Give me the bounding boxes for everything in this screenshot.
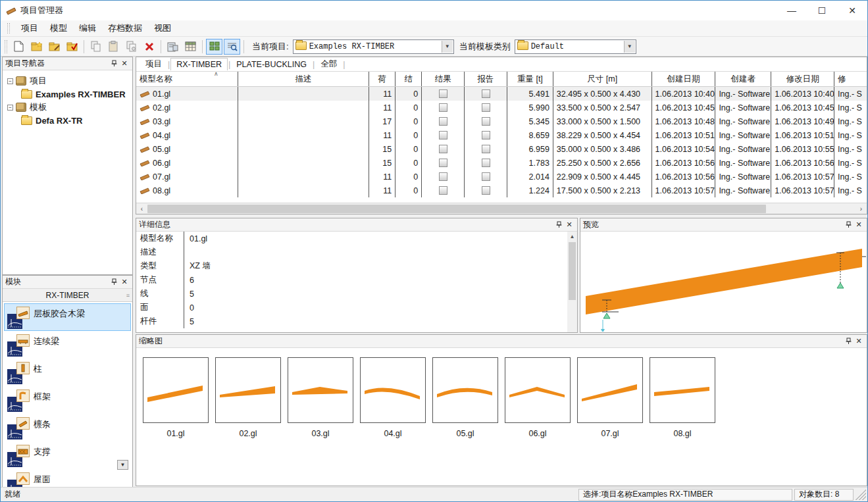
results-checkbox[interactable]	[439, 117, 447, 126]
col-header-modified[interactable]: 修改日期	[771, 72, 834, 86]
table-row[interactable]: 06.gl 15 0 1.783 25.250 x 0.500 x 2.656 …	[136, 156, 867, 170]
tree-node-default-template[interactable]: Defa RX-TR	[5, 114, 130, 127]
duplicate-button[interactable]	[123, 39, 140, 55]
table-row[interactable]: 08.gl 11 0 1.224 17.500 x 0.500 x 2.213 …	[136, 184, 867, 197]
thumbnail-item[interactable]: 07.gl	[574, 357, 646, 438]
thumbnail-item[interactable]: 08.gl	[646, 357, 719, 438]
pin-icon[interactable]	[553, 220, 564, 230]
thumbnail-item[interactable]: 02.gl	[212, 357, 284, 438]
module-scroll-down-button[interactable]: ▼	[117, 460, 128, 470]
report-checkbox[interactable]	[482, 172, 490, 181]
thumbnail-item[interactable]: 06.gl	[501, 357, 574, 438]
pin-icon[interactable]	[109, 59, 119, 68]
tab-projects[interactable]: 项目	[140, 57, 167, 71]
preview-view-toggle[interactable]	[224, 39, 240, 55]
module-item-frame[interactable]: 框架	[4, 386, 131, 414]
table-row[interactable]: 01.gl 11 0 5.491 32.495 x 0.500 x 4.430 …	[136, 87, 867, 101]
table-row[interactable]: 03.gl 17 0 5.345 33.000 x 0.500 x 1.500 …	[136, 114, 867, 128]
results-checkbox[interactable]	[439, 172, 447, 181]
col-header-model-name[interactable]: 模型名称	[136, 72, 238, 86]
report-checkbox[interactable]	[482, 89, 490, 98]
results-checkbox[interactable]	[439, 159, 447, 167]
pin-icon[interactable]	[109, 277, 119, 287]
col-header-creator[interactable]: 创建者	[715, 72, 771, 86]
report-checkbox[interactable]	[482, 117, 490, 126]
thumbnail-item[interactable]: 03.gl	[284, 357, 357, 438]
module-item-continuous-beam[interactable]: 连续梁	[4, 331, 131, 359]
template-category-combobox[interactable]: Default ▼	[515, 39, 636, 54]
col-header-weight[interactable]: 重量 [t]	[507, 72, 553, 86]
close-panel-icon[interactable]: ✕	[854, 336, 864, 346]
results-checkbox[interactable]	[439, 186, 447, 195]
report-checkbox[interactable]	[482, 186, 490, 195]
tree-node-templates[interactable]: − 模板	[5, 101, 130, 114]
vertical-scrollbar[interactable]: ▲	[567, 232, 577, 332]
scroll-left-icon[interactable]: ‹	[136, 203, 147, 214]
dropdown-arrow-icon[interactable]: ▼	[624, 41, 635, 53]
col-header-created[interactable]: 创建日期	[652, 72, 716, 86]
grid-view-toggle[interactable]	[206, 39, 222, 55]
table-row[interactable]: 07.gl 11 0 2.014 22.909 x 0.500 x 4.445 …	[136, 170, 867, 184]
scroll-right-icon[interactable]: ›	[855, 203, 867, 214]
close-button[interactable]: ✕	[837, 1, 867, 20]
report-checkbox[interactable]	[482, 159, 490, 167]
tab-all[interactable]: 全部	[315, 57, 342, 71]
module-item-column[interactable]: 柱	[4, 359, 131, 386]
tree-node-examples-rx-timber[interactable]: Examples RX-TIMBER	[5, 88, 130, 101]
menu-model[interactable]: 模型	[44, 20, 73, 36]
close-panel-icon[interactable]: ✕	[119, 277, 130, 287]
pin-icon[interactable]	[843, 336, 854, 346]
menu-gripper[interactable]	[7, 23, 10, 34]
tree-node-projects[interactable]: − 项目	[5, 74, 130, 88]
report-checkbox[interactable]	[482, 145, 490, 153]
report-checkbox[interactable]	[482, 131, 490, 139]
menu-archive-data[interactable]: 存档数据	[102, 20, 148, 36]
results-checkbox[interactable]	[439, 89, 447, 98]
col-header-load-cases[interactable]: 荷	[369, 72, 396, 86]
close-panel-icon[interactable]: ✕	[119, 59, 130, 68]
table-row[interactable]: 05.gl 15 0 6.959 35.000 x 0.500 x 3.486 …	[136, 142, 867, 156]
maximize-button[interactable]: ☐	[807, 1, 837, 20]
close-panel-icon[interactable]: ✕	[564, 220, 574, 230]
col-header-size[interactable]: 尺寸 [m]	[553, 72, 652, 86]
module-group-header[interactable]: RX-TIMBER ≡	[3, 289, 132, 302]
thumbnail-item[interactable]: 01.gl	[140, 357, 212, 438]
scroll-up-icon[interactable]: ▲	[567, 232, 577, 241]
results-checkbox[interactable]	[439, 103, 447, 112]
col-header-description[interactable]: 描述	[238, 72, 370, 86]
report-checkbox[interactable]	[482, 103, 490, 112]
thumbnail-item[interactable]: 04.gl	[357, 357, 429, 438]
col-header-results[interactable]: 结果	[422, 72, 465, 86]
module-item-purlin[interactable]: 檩条	[4, 414, 131, 441]
results-checkbox[interactable]	[439, 131, 447, 139]
table-row[interactable]: 04.gl 11 0 8.659 38.229 x 0.500 x 4.454 …	[136, 128, 867, 142]
current-project-combobox[interactable]: Examples RX-TIMBER ▼	[293, 39, 454, 54]
col-header-modifier[interactable]: 修	[834, 72, 867, 86]
tab-rx-timber[interactable]: RX-TIMBER	[170, 58, 228, 70]
collapse-icon[interactable]: −	[7, 78, 13, 84]
new-model-button[interactable]	[11, 39, 27, 55]
module-item-bracing[interactable]: 支撑	[4, 441, 131, 469]
edit-project-button[interactable]	[46, 39, 63, 55]
properties-button[interactable]	[182, 39, 199, 55]
col-header-report[interactable]: 报告	[465, 72, 507, 86]
collapse-icon[interactable]: −	[7, 105, 13, 111]
horizontal-scrollbar[interactable]: ‹ ›	[136, 203, 867, 214]
copy-button[interactable]	[88, 39, 104, 55]
dropdown-arrow-icon[interactable]: ▼	[442, 41, 453, 53]
col-header-combinations[interactable]: 结	[396, 72, 422, 86]
rename-button[interactable]	[165, 39, 181, 55]
menu-edit[interactable]: 编辑	[73, 20, 102, 36]
check-project-button[interactable]	[64, 39, 80, 55]
tab-plate-buckling[interactable]: PLATE-BUCKLING	[231, 59, 312, 70]
resize-grip[interactable]	[855, 489, 866, 500]
toolbar-gripper[interactable]	[5, 40, 7, 53]
paste-button[interactable]	[105, 39, 122, 55]
module-item-glulam-beam[interactable]: 层板胶合木梁	[4, 303, 131, 331]
scrollbar-thumb[interactable]	[147, 205, 766, 213]
pin-icon[interactable]	[843, 220, 854, 230]
minimize-button[interactable]: —	[777, 1, 807, 20]
results-checkbox[interactable]	[439, 145, 447, 153]
scrollbar-thumb[interactable]	[569, 242, 576, 300]
menu-view[interactable]: 视图	[148, 20, 177, 36]
